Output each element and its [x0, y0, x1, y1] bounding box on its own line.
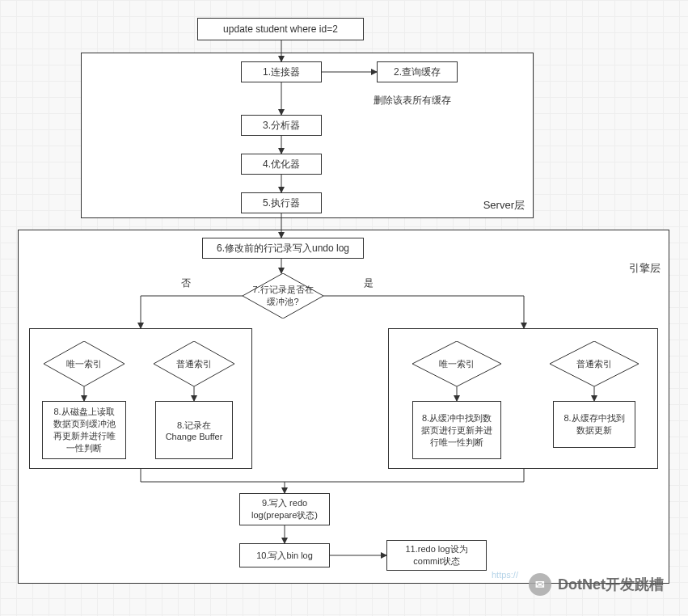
watermark-link: https:// [492, 570, 518, 580]
yes-normal-action: 8.从缓存中找到数据更新 [553, 401, 635, 448]
text: 9.写入 redo log(prepare状态) [247, 497, 323, 521]
wechat-icon: ✉ [529, 573, 551, 596]
text: 3.分析器 [263, 119, 300, 133]
text: 1.连接器 [263, 65, 300, 79]
no-normal-index: 普通索引 [154, 341, 234, 386]
text: 8.从缓存中找到数据更新 [560, 412, 628, 437]
no-unique-index: 唯一索引 [44, 341, 125, 386]
watermark-text: DotNet开发跳槽 [558, 575, 664, 594]
server-layer-label: Server层 [483, 198, 525, 213]
text: 2.查询缓存 [394, 65, 441, 79]
node-analyzer: 3.分析器 [241, 115, 322, 136]
label-yes: 是 [364, 276, 374, 290]
text: 10.写入bin log [256, 550, 313, 562]
node-connector: 1.连接器 [241, 61, 322, 82]
node-redo-prepare: 9.写入 redo log(prepare状态) [239, 493, 330, 525]
text: 6.修改前的行记录写入undo log [217, 242, 349, 255]
no-normal-action: 8.记录在Change Buffer [155, 401, 233, 459]
node-binlog: 10.写入bin log [239, 543, 330, 567]
node-optimizer: 4.优化器 [241, 154, 322, 175]
yes-unique-index: 唯一索引 [412, 341, 501, 386]
text: update student where id=2 [223, 23, 338, 35]
node-query-cache: 2.查询缓存 [377, 61, 458, 82]
text: 4.优化器 [263, 158, 300, 171]
no-unique-action: 8.从磁盘上读取数据页到缓冲池再更新并进行唯一性判断 [42, 401, 126, 459]
text: 8.从缓冲中找到数据页进行更新并进行唯一性判断 [420, 412, 494, 449]
node-undo-log: 6.修改前的行记录写入undo log [202, 238, 364, 259]
text: 唯一索引 [66, 358, 102, 370]
node-executor: 5.执行器 [241, 192, 322, 213]
text: 7.行记录是否在缓冲池? [251, 284, 315, 308]
text: 普通索引 [576, 358, 612, 370]
watermark: ✉ DotNet开发跳槽 [529, 573, 664, 596]
text: 5.执行器 [263, 196, 300, 210]
label-no: 否 [181, 276, 191, 290]
yes-unique-action: 8.从缓冲中找到数据页进行更新并进行唯一性判断 [412, 401, 501, 459]
text: 普通索引 [176, 358, 212, 370]
node-decision-buffer: 7.行记录是否在缓冲池? [243, 273, 323, 319]
node-redo-commit: 11.redo log设为commit状态 [386, 540, 487, 571]
engine-layer-label: 引擎层 [629, 261, 661, 276]
cache-note: 删除该表所有缓存 [374, 94, 451, 108]
text: 8.从磁盘上读取数据页到缓冲池再更新并进行唯一性判断 [49, 406, 119, 454]
text: 8.记录在Change Buffer [163, 420, 226, 441]
text: 唯一索引 [439, 358, 475, 370]
node-start: update student where id=2 [197, 18, 364, 40]
text: 11.redo log设为commit状态 [394, 543, 479, 567]
yes-normal-index: 普通索引 [550, 341, 639, 386]
